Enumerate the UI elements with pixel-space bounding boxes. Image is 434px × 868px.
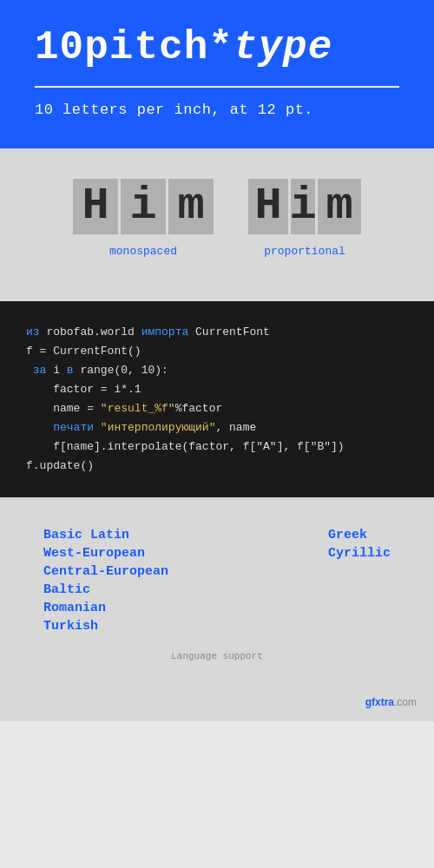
subtitle: 10 letters per inch, at 12 pt. [35,102,399,118]
string-interp: "интерполирующий" [101,421,216,434]
brand-title: 10pitch*type [35,26,399,70]
letter-i-mono: i [121,179,166,234]
prop-letter-blocks: H i m [248,179,361,234]
code-line-2: f = CurrentFont() [26,342,408,361]
kw-pechati: печати [53,421,94,434]
comparison-row: H i m monospaced H i m proportional [73,179,361,258]
prop-sample: H i m proportional [248,179,361,258]
code-line-4: factor = i*.1 [26,380,408,399]
comparison-section: H i m monospaced H i m proportional [0,148,434,301]
code-line-5: name = "result_%f"%factor [26,399,408,418]
prop-label: proportional [264,245,345,258]
code-line-6: печати "интерполирующий", name [26,418,408,437]
header-section: 10pitch*type 10 letters per inch, at 12 … [0,0,434,148]
lang-col-left: Basic Latin West-European Central-Europe… [43,528,168,634]
watermark-section: gfxtra.com [0,687,434,721]
letter-m-mono: m [168,179,214,234]
mono-sample: H i m monospaced [73,179,214,258]
kw-za: за [33,364,47,377]
lang-turkish[interactable]: Turkish [43,619,168,634]
language-section: Basic Latin West-European Central-Europe… [0,497,434,687]
divider [35,86,399,88]
code-line-8: f.update() [26,457,408,476]
lang-cyrillic[interactable]: Cyrillic [328,546,391,561]
lang-basic-latin[interactable]: Basic Latin [43,528,168,542]
brand-text: 10pitch* [35,25,233,70]
code-line-3: за i в range(0, 10): [26,361,408,380]
watermark-text: gfxtra [365,696,394,708]
letter-H-mono: H [73,179,118,234]
watermark: gfxtra.com [365,696,417,708]
lang-romanian[interactable]: Romanian [43,601,168,615]
mono-label: monospaced [109,245,177,258]
mono-letter-blocks: H i m [73,179,214,234]
code-line-1: из robofab.world импорта CurrentFont [26,323,408,342]
string-result: "result_%f" [101,402,175,415]
lang-greek[interactable]: Greek [328,528,391,542]
brand-italic: type [233,25,332,70]
lang-central-european[interactable]: Central-European [43,564,168,579]
letter-H-prop: H [248,179,288,234]
language-grid: Basic Latin West-European Central-Europe… [43,528,391,634]
kw-v: в [67,364,74,377]
code-line-7: f[name].interpolate(factor, f["A"], f["B… [26,437,408,457]
lang-west-european[interactable]: West-European [43,546,168,561]
kw-iz: из [26,326,40,339]
lang-baltic[interactable]: Baltic [43,582,168,597]
kw-importa: импорта [141,326,189,339]
lang-col-right: Greek Cyrillic [328,528,391,634]
letter-m-prop: m [318,179,361,234]
lang-footer: Language support [43,651,391,661]
code-section: из robofab.world импорта CurrentFont f =… [0,301,434,498]
letter-i-prop: i [291,179,315,234]
